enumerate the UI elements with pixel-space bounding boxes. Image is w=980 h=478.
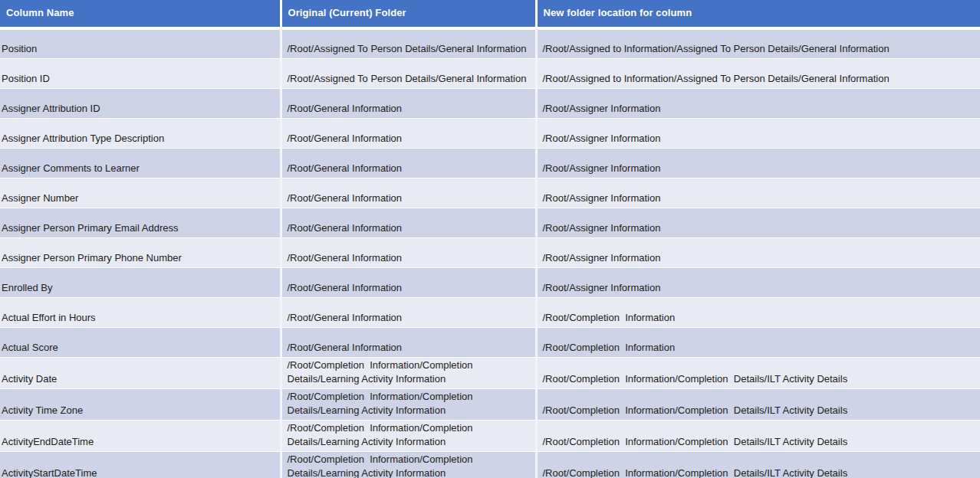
original-folder-cell: /Root/General Information xyxy=(281,118,536,148)
column-name-cell: Assigner Attribution ID xyxy=(0,88,281,118)
original-folder-cell: /Root/Completion Information/Completion … xyxy=(281,451,536,478)
table-body: Position /Root/Assigned To Person Detail… xyxy=(0,28,980,478)
new-folder-cell: /Root/Completion Information/Completion … xyxy=(536,357,980,388)
header-row: Column Name Original (Current) Folder Ne… xyxy=(0,0,980,28)
column-name-cell: Assigner Person Primary Email Address xyxy=(0,208,281,237)
table-row: Assigner Comments to Learner /Root/Gener… xyxy=(0,148,980,178)
original-folder-cell: /Root/General Information xyxy=(281,237,536,267)
new-folder-cell: /Root/Completion Information/Completion … xyxy=(536,451,980,478)
original-folder-cell: /Root/General Information xyxy=(281,178,536,208)
original-folder-cell: /Root/General Information xyxy=(281,148,536,178)
table-row: Actual Score /Root/General Information /… xyxy=(0,327,980,357)
column-name-cell: Position ID xyxy=(0,58,281,88)
column-name-cell: Assigner Number xyxy=(0,178,281,208)
new-folder-cell: /Root/Assigner Information xyxy=(536,237,980,267)
table-row: Position ID /Root/Assigned To Person Det… xyxy=(0,58,980,88)
original-folder-cell: /Root/Completion Information/Completion … xyxy=(281,357,536,388)
original-folder-cell: /Root/General Information xyxy=(281,297,536,327)
column-name-cell: Activity Time Zone xyxy=(0,388,281,420)
column-name-cell: Position xyxy=(0,28,281,58)
table-row: Assigner Attribution Type Description /R… xyxy=(0,118,980,148)
table-row: Enrolled By /Root/General Information /R… xyxy=(0,267,980,297)
table-row: Assigner Attribution ID /Root/General In… xyxy=(0,88,980,118)
new-folder-cell: /Root/Completion Information xyxy=(536,297,980,327)
column-name-cell: Activity Date xyxy=(0,357,281,388)
new-folder-cell: /Root/Completion Information/Completion … xyxy=(536,420,980,451)
column-name-cell: ActivityStartDateTime xyxy=(0,451,281,478)
table-header: Column Name Original (Current) Folder Ne… xyxy=(0,0,980,28)
new-folder-cell: /Root/Assigned to Information/Assigned T… xyxy=(536,58,980,88)
column-name-cell: Assigner Comments to Learner xyxy=(0,148,281,178)
table-row: Position /Root/Assigned To Person Detail… xyxy=(0,28,980,58)
table-row: ActivityStartDateTime /Root/Completion I… xyxy=(0,451,980,478)
table-row: Assigner Person Primary Email Address /R… xyxy=(0,208,980,237)
column-name-cell: Actual Score xyxy=(0,327,281,357)
new-folder-cell: /Root/Assigner Information xyxy=(536,178,980,208)
column-name-cell: Actual Effort in Hours xyxy=(0,297,281,327)
column-name-cell: Enrolled By xyxy=(0,267,281,297)
column-name-cell: Assigner Attribution Type Description xyxy=(0,118,281,148)
table-row: Activity Date /Root/Completion Informati… xyxy=(0,357,980,388)
new-folder-cell: /Root/Assigner Information xyxy=(536,267,980,297)
new-folder-cell: /Root/Assigner Information xyxy=(536,88,980,118)
original-folder-cell: /Root/Completion Information/Completion … xyxy=(281,420,536,451)
new-folder-cell: /Root/Assigner Information xyxy=(536,118,980,148)
new-folder-cell: /Root/Assigned to Information/Assigned T… xyxy=(536,28,980,58)
folder-mapping-table: Column Name Original (Current) Folder Ne… xyxy=(0,0,980,478)
new-folder-cell: /Root/Completion Information/Completion … xyxy=(536,388,980,420)
original-folder-cell: /Root/General Information xyxy=(281,327,536,357)
original-folder-cell: /Root/General Information xyxy=(281,267,536,297)
original-folder-cell: /Root/General Information xyxy=(281,88,536,118)
header-new-folder: New folder location for column xyxy=(536,0,980,28)
original-folder-cell: /Root/Assigned To Person Details/General… xyxy=(281,28,536,58)
new-folder-cell: /Root/Completion Information xyxy=(536,327,980,357)
original-folder-cell: /Root/Completion Information/Completion … xyxy=(281,388,536,420)
header-column-name: Column Name xyxy=(0,0,281,28)
original-folder-cell: /Root/General Information xyxy=(281,208,536,237)
table-row: ActivityEndDateTime /Root/Completion Inf… xyxy=(0,420,980,451)
table-row: Assigner Number /Root/General Informatio… xyxy=(0,178,980,208)
column-name-cell: Assigner Person Primary Phone Number xyxy=(0,237,281,267)
table-row: Assigner Person Primary Phone Number /Ro… xyxy=(0,237,980,267)
original-folder-cell: /Root/Assigned To Person Details/General… xyxy=(281,58,536,88)
new-folder-cell: /Root/Assigner Information xyxy=(536,148,980,178)
table-row: Actual Effort in Hours /Root/General Inf… xyxy=(0,297,980,327)
table-row: Activity Time Zone /Root/Completion Info… xyxy=(0,388,980,420)
new-folder-cell: /Root/Assigner Information xyxy=(536,208,980,237)
header-original-folder: Original (Current) Folder xyxy=(281,0,536,28)
column-name-cell: ActivityEndDateTime xyxy=(0,420,281,451)
